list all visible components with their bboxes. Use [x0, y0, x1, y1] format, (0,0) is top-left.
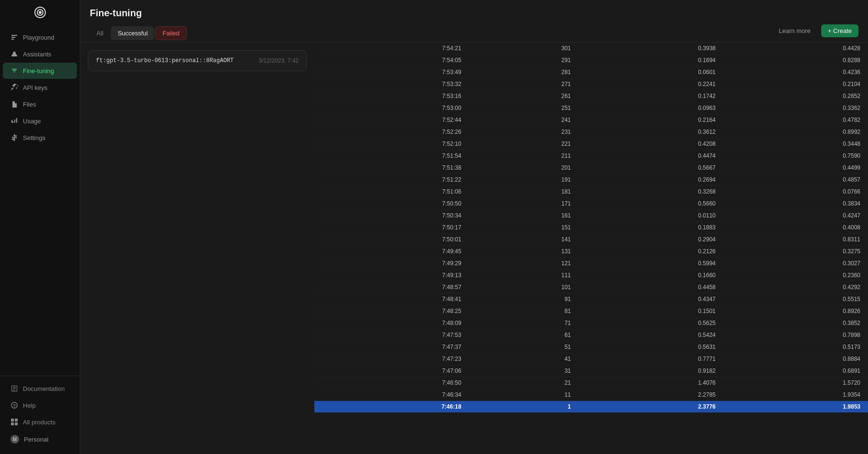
table-cell: 7:53:49: [314, 66, 469, 78]
table-cell: 0.2126: [579, 246, 723, 258]
user-label: Personal: [24, 436, 48, 443]
table-row: 7:53:322710.22410.2104: [314, 78, 868, 90]
table-cell: 0.0110: [579, 210, 723, 222]
table-cell: 211: [469, 150, 579, 162]
table-cell: 0.4857: [723, 174, 868, 186]
table-row: 7:47:53610.54240.7898: [314, 329, 868, 341]
model-date: 3/12/2023, 7:42: [259, 57, 299, 64]
table-cell: 141: [469, 234, 579, 246]
header-row: All Successful Failed Learn more + Creat…: [90, 24, 858, 42]
table-row: 7:49:131110.16600.2360: [314, 270, 868, 281]
settings-icon: [11, 134, 18, 141]
table-row: 7:53:002510.09630.3362: [314, 102, 868, 114]
sidebar-item-files[interactable]: Files: [3, 96, 77, 112]
table-cell: 201: [469, 162, 579, 174]
sidebar-item-usage[interactable]: Usage: [3, 113, 77, 129]
content-area: ft:gpt-3.5-turbo-0613:personal::8RagAORT…: [80, 43, 868, 454]
table-cell: 11: [469, 389, 579, 401]
table-cell: 0.8926: [723, 305, 868, 317]
sidebar-label-fine-tuning: Fine-tuning: [23, 67, 54, 75]
table-row: 7:50:011410.29040.8311: [314, 234, 868, 246]
create-button[interactable]: + Create: [821, 24, 858, 37]
table-cell: 171: [469, 198, 579, 210]
table-row: 7:51:061810.32680.0766: [314, 186, 868, 198]
highlighted-cell: 1.9853: [723, 401, 868, 413]
sidebar-user[interactable]: M Personal: [3, 431, 77, 448]
sidebar-item-help[interactable]: ? Help: [3, 397, 77, 413]
table-row: 7:47:37510.56310.5173: [314, 341, 868, 353]
table-row: 7:50:341610.01100.4247: [314, 210, 868, 222]
table-row: 7:52:262310.36120.8992: [314, 126, 868, 138]
model-card[interactable]: ft:gpt-3.5-turbo-0613:personal::8RagAORT…: [88, 50, 307, 71]
svg-text:?: ?: [13, 403, 16, 408]
table-cell: 31: [469, 365, 579, 377]
table-cell: 0.4428: [723, 43, 868, 54]
table-cell: 7:54:05: [314, 54, 469, 66]
sidebar-item-assistants[interactable]: Assistants: [3, 46, 77, 62]
table-cell: 251: [469, 102, 579, 114]
table-cell: 191: [469, 174, 579, 186]
svg-rect-5: [11, 422, 14, 425]
table-row: 7:53:492810.06010.4236: [314, 66, 868, 78]
table-cell: 111: [469, 270, 579, 281]
fine-tuning-icon: [11, 67, 18, 75]
sidebar-item-documentation[interactable]: Documentation: [3, 380, 77, 397]
table-cell: 0.8311: [723, 234, 868, 246]
table-cell: 0.8992: [723, 126, 868, 138]
table-cell: 0.7771: [579, 353, 723, 365]
sidebar-item-fine-tuning[interactable]: Fine-tuning: [3, 63, 77, 79]
table-row: 7:53:162610.17420.2852: [314, 90, 868, 102]
table-cell: 7:46:50: [314, 377, 469, 389]
table-row: 7:46:34112.27851.9354: [314, 389, 868, 401]
table-cell: 281: [469, 66, 579, 78]
table-row: 7:52:102210.42080.3448: [314, 138, 868, 150]
table-cell: 221: [469, 138, 579, 150]
sidebar-item-playground[interactable]: Playground: [3, 29, 77, 45]
table-cell: 0.1660: [579, 270, 723, 281]
table-cell: 151: [469, 222, 579, 234]
sidebar-label-help: Help: [23, 402, 36, 409]
table-cell: 0.1742: [579, 90, 723, 102]
table-row: 7:51:382010.56670.4499: [314, 162, 868, 174]
sidebar-item-api-keys[interactable]: API keys: [3, 79, 77, 96]
table-cell: 0.2104: [723, 78, 868, 90]
tab-successful[interactable]: Successful: [111, 26, 154, 40]
table-cell: 0.4247: [723, 210, 868, 222]
table-cell: 7:51:38: [314, 162, 469, 174]
table-cell: 7:52:44: [314, 114, 469, 126]
table-cell: 7:52:10: [314, 138, 469, 150]
table-cell: 0.2904: [579, 234, 723, 246]
table-cell: 0.6891: [723, 365, 868, 377]
table-cell: 0.2694: [579, 174, 723, 186]
tab-all[interactable]: All: [90, 26, 110, 40]
table-cell: 51: [469, 341, 579, 353]
app-logo: [0, 0, 80, 25]
table-row: 7:48:41910.43470.5515: [314, 293, 868, 305]
sidebar-label-files: Files: [23, 101, 36, 108]
table-cell: 2.2785: [579, 389, 723, 401]
table-cell: 7:47:06: [314, 365, 469, 377]
sidebar-label-assistants: Assistants: [23, 51, 51, 58]
table-cell: 0.5667: [579, 162, 723, 174]
table-cell: 181: [469, 186, 579, 198]
table-row: 7:47:06310.91820.6891: [314, 365, 868, 377]
sidebar-label-documentation: Documentation: [23, 385, 64, 392]
files-icon: [11, 100, 18, 108]
table-cell: 7:51:54: [314, 150, 469, 162]
table-row: 7:46:1812.37761.9853: [314, 401, 868, 413]
table-cell: 0.1883: [579, 222, 723, 234]
table-cell: 7:49:45: [314, 246, 469, 258]
sidebar-item-all-products[interactable]: All products: [3, 414, 77, 430]
table-cell: 0.4782: [723, 114, 868, 126]
sidebar-item-settings[interactable]: Settings: [3, 130, 77, 146]
table-cell: 7:52:26: [314, 126, 469, 138]
highlighted-cell: 7:46:18: [314, 401, 469, 413]
table-cell: 7:53:16: [314, 90, 469, 102]
table-cell: 101: [469, 281, 579, 293]
table-cell: 241: [469, 114, 579, 126]
table-cell: 7:47:23: [314, 353, 469, 365]
table-cell: 0.5660: [579, 198, 723, 210]
learn-more-button[interactable]: Learn more: [774, 25, 815, 37]
tab-failed[interactable]: Failed: [155, 26, 186, 40]
sidebar-label-playground: Playground: [23, 34, 54, 41]
